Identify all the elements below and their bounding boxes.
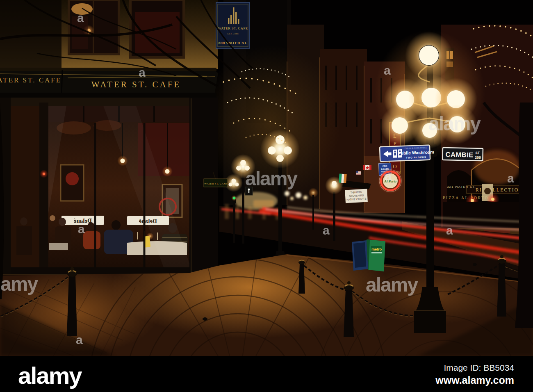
svg-text:a: a <box>78 222 85 236</box>
top-sign-title: WATER ST. CAFE <box>218 26 248 30</box>
svg-text:FOR: FOR <box>383 165 387 167</box>
pizza-al-porto-sign: PIZZA AL PORTO <box>443 196 489 200</box>
stock-photo-gastown-night: RI COLLECTION 321 WATER ST. PIZZA AL POR… <box>0 0 533 392</box>
footer-bar: alamy Image ID: BB5034 www.alamy.com <box>0 356 533 392</box>
svg-text:T-SHIRTS: T-SHIRTS <box>350 190 362 194</box>
cafe-building: WATER ST. CAFE ATER ST. CAFE <box>0 0 250 291</box>
svg-text:a: a <box>139 66 146 79</box>
us-flag <box>356 171 361 175</box>
top-hanging-sign: WATER ST. CAFE EST. 1985 300 WATER ST. <box>216 2 250 48</box>
svg-text:metro: metro <box>371 247 382 251</box>
cambie-block: 200 <box>475 155 481 160</box>
svg-text:a: a <box>385 169 392 183</box>
top-sign-est: EST. 1985 <box>227 32 239 35</box>
svg-text:WATER ST. CAFE: WATER ST. CAFE <box>204 182 227 185</box>
svg-text:a: a <box>507 171 514 185</box>
newspaper-boxes: metro <box>352 239 385 271</box>
svg-text:alamy: alamy <box>428 113 481 134</box>
svg-text:a: a <box>323 223 330 237</box>
cafe-awning: WATER ST. CAFE ATER ST. CAFE <box>0 68 218 98</box>
tshirt-sign: T-SHIRTS SOUVENIRS NATIVE CRAFTS <box>345 189 368 203</box>
alamy-logo: alamy <box>18 362 82 389</box>
address-321-sign: 321 WATER ST. <box>447 185 476 189</box>
svg-text:a: a <box>77 11 84 25</box>
metro-newspaper-box: metro <box>367 239 385 271</box>
pigeon <box>473 263 477 266</box>
svg-text:alamy: alamy <box>245 168 298 189</box>
photo-canvas: RI COLLECTION 321 WATER ST. PIZZA AL POR… <box>0 0 533 392</box>
cambie-suffix: ST <box>476 151 480 155</box>
svg-text:alamy: alamy <box>0 273 38 295</box>
irish-flag <box>339 173 346 183</box>
cambie-name: CAMBIE <box>445 150 473 158</box>
top-sign-address: 300 WATER ST. <box>218 41 247 45</box>
awning-text-main: WATER ST. CAFE <box>91 80 181 89</box>
svg-text:a: a <box>446 223 453 237</box>
alamy-url: www.alamy.com <box>435 374 514 386</box>
image-id-label: Image ID: BB5034 <box>444 363 514 372</box>
svg-text:alamy: alamy <box>366 274 418 296</box>
cambie-street-sign: CAMBIE ST 200 <box>442 148 483 161</box>
svg-text:a: a <box>384 64 391 77</box>
svg-text:a: a <box>76 333 83 346</box>
restaurant-front: Delané Delané <box>0 98 218 291</box>
pigeon <box>203 317 207 321</box>
awning-text-left: ATER ST. CAFE <box>0 76 61 84</box>
public-washroom-sign: CLEAN & ACCESSIBLE Public Washroom TWO B… <box>380 145 434 162</box>
